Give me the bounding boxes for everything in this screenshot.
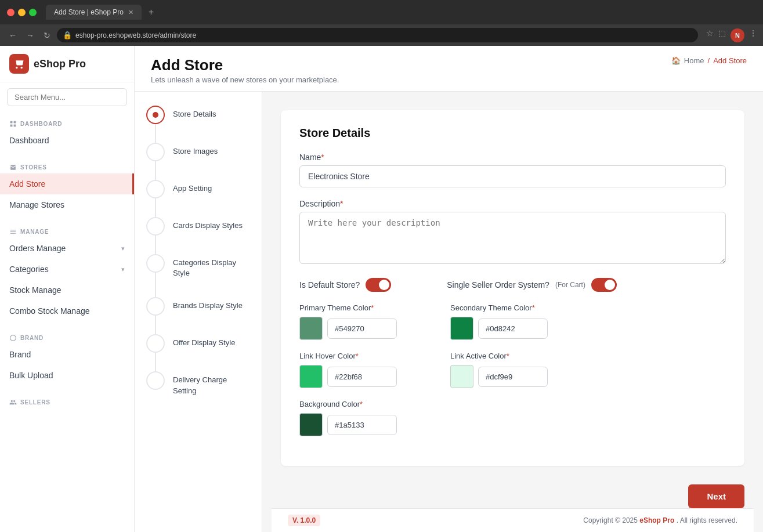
user-avatar[interactable]: N — [731, 28, 744, 42]
browser-actions: ☆ ⬚ N ⋮ — [706, 28, 757, 42]
sidebar-item-brand[interactable]: Brand — [0, 344, 134, 365]
link-active-input-row — [450, 365, 548, 388]
reload-button[interactable]: ↻ — [41, 30, 53, 41]
step-circle-3 — [146, 180, 165, 198]
step-brands-display: Brands Display Style — [146, 297, 250, 316]
back-button[interactable]: ← — [6, 30, 20, 41]
sidebar: eShop Pro DASHBOARD Dashboard STORES Add… — [0, 46, 135, 532]
sidebar-item-dashboard[interactable]: Dashboard — [0, 130, 134, 151]
link-hover-hex-input[interactable] — [327, 367, 397, 387]
step-label-4: Cards Display Styles — [173, 217, 243, 231]
svg-point-4 — [10, 335, 16, 341]
sidebar-item-combo-stock-manage[interactable]: Combo Stock Manage — [0, 301, 134, 321]
is-default-toggle[interactable] — [366, 278, 391, 292]
maximize-window-button[interactable] — [29, 9, 37, 16]
primary-color-item: Primary Theme Color* — [299, 303, 397, 340]
logo-icon — [9, 54, 29, 74]
secondary-color-swatch[interactable] — [450, 317, 473, 340]
toggle-row: Is Default Store? Single Seller Order Sy… — [299, 278, 726, 292]
nav-section-manage: MANAGE Orders Manage ▾ Categories ▾ Stoc… — [0, 220, 134, 326]
chevron-icon: ▾ — [121, 266, 125, 273]
single-seller-toggle-item: Single Seller Order System? (For Cart) — [447, 278, 617, 292]
sidebar-item-orders-manage[interactable]: Orders Manage ▾ — [0, 238, 134, 259]
link-active-label: Link Active Color* — [450, 352, 548, 360]
sidebar-item-categories[interactable]: Categories ▾ — [0, 259, 134, 280]
step-label-6: Brands Display Style — [173, 297, 243, 311]
secondary-color-hex-input[interactable] — [478, 319, 548, 339]
primary-color-swatch[interactable] — [299, 317, 323, 340]
name-label: Name* — [299, 153, 726, 162]
step-label-3: App Setting — [173, 180, 212, 194]
sidebar-item-stock-manage[interactable]: Stock Manage — [0, 280, 134, 301]
step-circle-7 — [146, 334, 165, 353]
nav-section-brand: BRAND Brand Bulk Upload — [0, 326, 134, 390]
color-row-2: Link Hover Color* Link Active Color* — [299, 352, 726, 388]
single-seller-label: Single Seller Order System? — [447, 280, 549, 289]
page-header: Add Store Lets unleash a wave of new sto… — [135, 46, 763, 92]
primary-color-hex-input[interactable] — [327, 319, 397, 339]
breadcrumb-home-icon: 🏠 — [671, 56, 681, 65]
single-seller-toggle[interactable] — [591, 278, 617, 292]
bookmark-icon[interactable]: ☆ — [706, 28, 714, 42]
footer-bar: V. 1.0.0 Copyright © 2025 eShop Pro . Al… — [272, 508, 754, 532]
step-app-setting: App Setting — [146, 180, 250, 198]
step-circle-1 — [146, 106, 165, 124]
secondary-color-input-row — [450, 317, 548, 340]
forward-button[interactable]: → — [23, 30, 37, 41]
address-bar[interactable]: 🔒 eshop-pro.eshopweb.store/admin/store — [57, 28, 698, 42]
close-tab-button[interactable]: ✕ — [128, 9, 133, 16]
nav-section-sellers: SELLERS — [0, 390, 134, 413]
version-badge: V. 1.0.0 — [288, 515, 320, 526]
breadcrumb-home[interactable]: Home — [684, 56, 704, 65]
bg-color-hex-input[interactable] — [327, 415, 397, 435]
extensions-button[interactable]: ⬚ — [718, 28, 726, 42]
browser-nav: ← → ↻ 🔒 eshop-pro.eshopweb.store/admin/s… — [0, 24, 763, 46]
is-default-toggle-item: Is Default Store? — [299, 278, 391, 292]
description-textarea[interactable] — [299, 212, 726, 264]
wizard-steps-panel: Store Details Store Images App Setting C… — [135, 92, 262, 532]
search-input[interactable] — [7, 88, 127, 106]
footer-copyright: Copyright © 2025 eShop Pro . All rights … — [583, 516, 737, 524]
url-display: eshop-pro.eshopweb.store/admin/store — [75, 31, 196, 39]
form-section-title: Store Details — [299, 126, 726, 140]
breadcrumb-current: Add Store — [713, 56, 747, 65]
primary-color-label: Primary Theme Color* — [299, 303, 397, 312]
svg-rect-3 — [14, 125, 16, 127]
link-active-swatch[interactable] — [450, 365, 473, 388]
content-area: Store Details Store Images App Setting C… — [135, 92, 763, 532]
step-circle-8 — [146, 371, 165, 390]
nav-section-stores: STORES Add Store Manage Stores — [0, 155, 134, 220]
form-actions: Next — [272, 475, 754, 508]
new-tab-button[interactable]: + — [149, 7, 154, 17]
sidebar-item-bulk-upload[interactable]: Bulk Upload — [0, 365, 134, 386]
sidebar-item-add-store[interactable]: Add Store — [0, 173, 134, 194]
link-active-hex-input[interactable] — [478, 367, 548, 387]
step-label-2: Store Images — [173, 143, 218, 157]
link-hover-color-item: Link Hover Color* — [299, 352, 397, 388]
sidebar-item-manage-stores[interactable]: Manage Stores — [0, 194, 134, 215]
step-cards-display: Cards Display Styles — [146, 217, 250, 236]
page-title: Add Store — [151, 56, 339, 74]
bg-color-input-row — [299, 413, 397, 436]
window-controls — [7, 9, 37, 16]
page-subtitle: Lets unleash a wave of new stores on you… — [151, 75, 339, 84]
close-window-button[interactable] — [7, 9, 15, 16]
browser-tab[interactable]: Add Store | eShop Pro ✕ — [46, 5, 142, 20]
step-label-1: Store Details — [173, 106, 216, 120]
browser-chrome: Add Store | eShop Pro ✕ + — [0, 0, 763, 24]
minimize-window-button[interactable] — [18, 9, 26, 16]
link-hover-input-row — [299, 365, 397, 388]
step-circle-2 — [146, 143, 165, 161]
store-name-input[interactable] — [299, 165, 726, 187]
svg-rect-2 — [10, 125, 13, 127]
search-box — [0, 82, 134, 112]
next-button[interactable]: Next — [688, 484, 744, 508]
for-cart-label: (For Cart) — [555, 281, 585, 289]
link-hover-swatch[interactable] — [299, 365, 323, 388]
svg-rect-1 — [14, 121, 16, 124]
description-form-group: Description* — [299, 199, 726, 266]
is-default-label: Is Default Store? — [299, 280, 360, 289]
link-hover-label: Link Hover Color* — [299, 352, 397, 360]
bg-color-swatch[interactable] — [299, 413, 323, 436]
menu-button[interactable]: ⋮ — [749, 28, 757, 42]
